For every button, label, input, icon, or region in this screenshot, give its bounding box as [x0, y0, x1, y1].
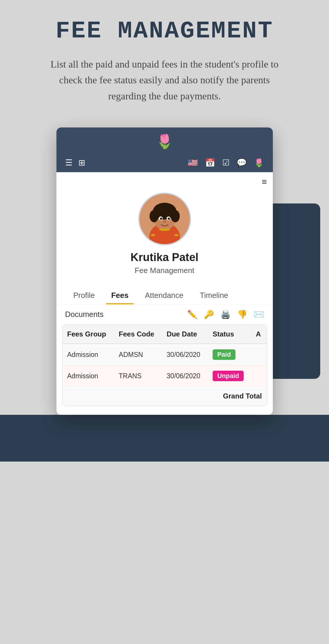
hero-section: FEE MANAGEMENT List all the paid and unp… [0, 0, 329, 116]
table-row: Admission TRANS 30/06/2020 Unpaid [63, 365, 267, 387]
svg-point-13 [163, 221, 166, 223]
grand-total-row: Grand Total [63, 387, 267, 406]
content-area: ≡ [56, 172, 273, 406]
col-due-date: Due Date [162, 325, 208, 344]
col-fees-group: Fees Group [63, 325, 114, 344]
edit-icon[interactable]: ✏️ [187, 310, 197, 319]
menu-icon[interactable]: ☰ [65, 158, 73, 168]
calendar-icon[interactable]: 📅 [205, 158, 215, 168]
fee-table: Fees Group Fees Code Due Date Status A A… [63, 325, 267, 406]
whatsapp-icon[interactable]: 💬 [237, 158, 247, 168]
status-badge-paid: Paid [213, 349, 235, 360]
tab-fees[interactable]: Fees [103, 287, 137, 304]
tab-attendance[interactable]: Attendance [137, 287, 192, 304]
student-name: Krutika Patel [130, 251, 198, 264]
table-header-row: Fees Group Fees Code Due Date Status A [63, 325, 267, 344]
svg-point-5 [149, 210, 159, 222]
cell-status-2: Unpaid [208, 365, 251, 387]
student-role: Fee Management [135, 266, 194, 275]
avatar [138, 193, 191, 245]
cell-fees-group-2: Admission [63, 365, 114, 387]
content-header: ≡ [56, 172, 273, 187]
logo-icon: 🌷 [156, 133, 173, 150]
fee-table-container: Fees Group Fees Code Due Date Status A A… [62, 324, 267, 406]
send-icon[interactable]: ✉️ [254, 310, 264, 319]
cell-a-2 [251, 365, 267, 387]
cell-fees-code-2: TRANS [114, 365, 162, 387]
logo-nav-icon[interactable]: 🌷 [254, 158, 264, 168]
tabs-row: Profile Fees Attendance Timeline [56, 284, 273, 304]
tab-timeline[interactable]: Timeline [192, 287, 236, 304]
page-title: FEE MANAGEMENT [23, 18, 306, 45]
navbar-logo: 🌷 [156, 133, 173, 150]
cell-status-1: Paid [208, 344, 251, 365]
documents-label: Documents [65, 310, 104, 319]
thumbsdown-icon[interactable]: 👎 [237, 310, 247, 319]
navbar-right-icons: 🇺🇸 📅 ☑ 💬 🌷 [188, 158, 264, 168]
key-icon[interactable]: 🔑 [204, 310, 214, 319]
phone-mockup-wrapper: 🌷 ☰ ⊞ 🇺🇸 📅 ☑ 💬 🌷 ≡ [0, 127, 329, 415]
status-badge-unpaid: Unpaid [213, 371, 244, 381]
svg-point-7 [155, 204, 163, 211]
cell-fees-code-1: ADMSN [114, 344, 162, 365]
flag-icon[interactable]: 🇺🇸 [188, 158, 198, 168]
col-fees-code: Fees Code [114, 325, 162, 344]
checkmark-icon[interactable]: ☑ [222, 158, 230, 168]
hero-description: List all the paid and unpaid fees in the… [48, 56, 282, 104]
profile-section: Krutika Patel Fee Management [56, 187, 273, 284]
navbar: 🌷 ☰ ⊞ 🇺🇸 📅 ☑ 💬 🌷 [56, 127, 273, 172]
print-icon[interactable]: 🖨️ [221, 310, 231, 319]
bottom-section [0, 415, 329, 462]
cell-fees-group-1: Admission [63, 344, 114, 365]
svg-point-14 [159, 228, 170, 231]
navbar-left-icons: ☰ ⊞ [65, 158, 85, 168]
svg-point-12 [168, 217, 170, 220]
navbar-icons-row: ☰ ⊞ 🇺🇸 📅 ☑ 💬 🌷 [65, 154, 264, 172]
cell-due-date-1: 30/06/2020 [162, 344, 208, 365]
phone-mockup: 🌷 ☰ ⊞ 🇺🇸 📅 ☑ 💬 🌷 ≡ [56, 127, 273, 415]
svg-point-16 [174, 234, 178, 236]
toolbar-row: Documents ✏️ 🔑 🖨️ 👎 ✉️ [56, 304, 273, 324]
content-hamburger-icon[interactable]: ≡ [262, 177, 267, 187]
svg-point-8 [166, 204, 174, 211]
table-row: Admission ADMSN 30/06/2020 Paid [63, 344, 267, 365]
svg-point-15 [151, 234, 155, 236]
col-status: Status [208, 325, 251, 344]
svg-point-11 [160, 217, 162, 220]
toolbar-icons: ✏️ 🔑 🖨️ 👎 ✉️ [187, 310, 264, 319]
cell-due-date-2: 30/06/2020 [162, 365, 208, 387]
svg-point-6 [171, 210, 180, 222]
grid-icon[interactable]: ⊞ [78, 158, 85, 168]
cell-a-1 [251, 344, 267, 365]
grand-total-cell: Grand Total [63, 387, 267, 406]
tab-profile[interactable]: Profile [65, 287, 103, 304]
col-a: A [251, 325, 267, 344]
